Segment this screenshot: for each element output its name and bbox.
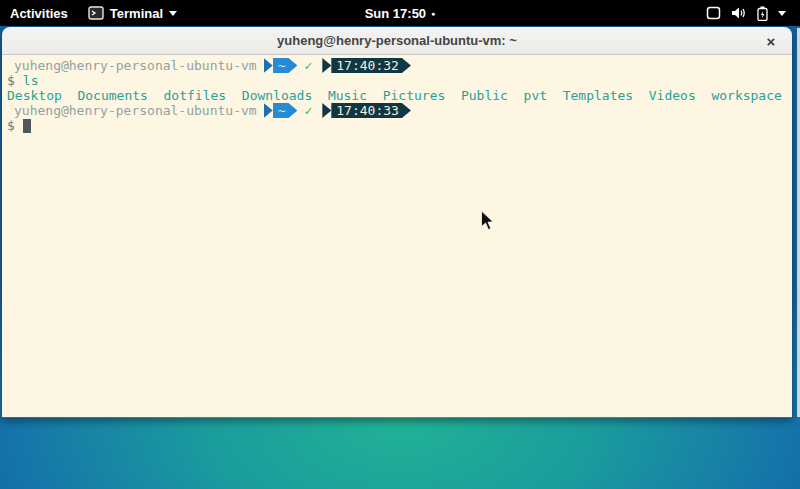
powerline-arrow-icon (322, 103, 331, 118)
volume-icon (731, 6, 747, 20)
ls-output: Desktop Documents dotfiles Downloads Mus… (7, 88, 782, 103)
terminal-content[interactable]: yuheng@henry-personal-ubuntu-vm ~ ✓ 17:4… (2, 55, 792, 417)
prompt-user: yuheng@henry-personal-ubuntu-vm (14, 58, 257, 73)
notification-dot: ● (431, 10, 435, 17)
powerline-arrow-icon (322, 58, 331, 73)
prompt-user: yuheng@henry-personal-ubuntu-vm (14, 103, 257, 118)
top-bar: Activities Terminal Sun 17:50 ● (0, 0, 800, 26)
chevron-down-icon (778, 11, 786, 16)
prompt-timestamp: 17:40:33 (331, 103, 411, 118)
window-title: yuheng@henry-personal-ubuntu-vm: ~ (277, 33, 517, 48)
powerline-arrow-icon (264, 58, 273, 73)
prompt-directory: ~ (273, 58, 298, 73)
display-icon (706, 6, 721, 20)
battery-charging-icon (757, 6, 768, 21)
window-titlebar[interactable]: yuheng@henry-personal-ubuntu-vm: ~ × (2, 27, 792, 55)
terminal-app-icon (88, 6, 104, 20)
input-line[interactable]: $ (7, 118, 792, 133)
prompt-symbol: $ (7, 118, 15, 133)
prompt-line-1: yuheng@henry-personal-ubuntu-vm ~ ✓ 17:4… (7, 58, 792, 73)
system-menu[interactable] (698, 0, 794, 26)
activities-button[interactable]: Activities (0, 0, 78, 26)
app-menu-label: Terminal (110, 6, 163, 21)
command-line: $ ls (7, 73, 792, 88)
chevron-down-icon (169, 11, 177, 16)
prompt-line-2: yuheng@henry-personal-ubuntu-vm ~ ✓ 17:4… (7, 103, 792, 118)
prompt-directory: ~ (273, 103, 298, 118)
clock-button[interactable]: Sun 17:50 (365, 6, 426, 21)
ls-output-line: Desktop Documents dotfiles Downloads Mus… (7, 88, 792, 103)
prompt-timestamp: 17:40:32 (331, 58, 411, 73)
check-icon: ✓ (304, 58, 312, 73)
powerline-arrow-icon (264, 103, 273, 118)
prompt-symbol: $ (7, 73, 15, 88)
terminal-cursor (23, 119, 31, 133)
close-icon[interactable]: × (762, 32, 780, 50)
terminal-window: yuheng@henry-personal-ubuntu-vm: ~ × yuh… (2, 27, 792, 418)
check-icon: ✓ (304, 103, 312, 118)
command-text: ls (23, 73, 39, 88)
app-menu-terminal[interactable]: Terminal (78, 0, 187, 26)
